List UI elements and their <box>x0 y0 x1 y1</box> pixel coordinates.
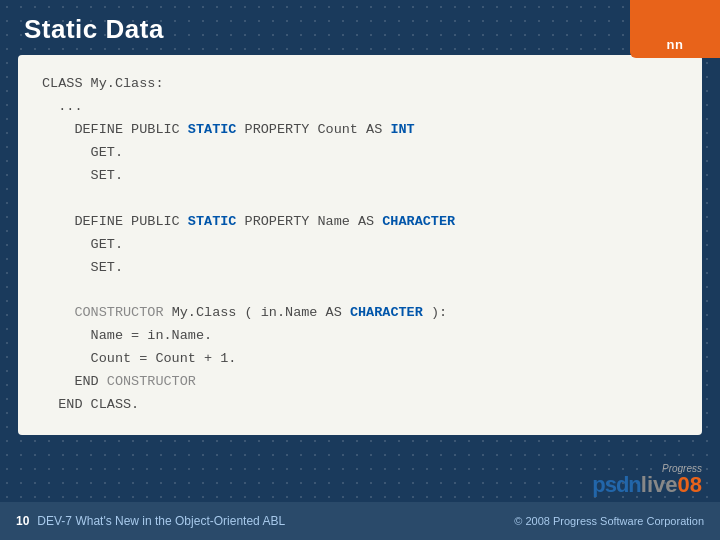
code-line-15: END CLASS. <box>42 397 139 412</box>
orange-tab-text: nn <box>667 37 684 52</box>
year-logo: 08 <box>678 474 702 496</box>
code-line-9: SET. <box>42 260 123 275</box>
footer-copyright: © 2008 Progress Software Corporation <box>514 515 704 527</box>
orange-accent-tab: nn <box>630 0 720 58</box>
footer-page-number: 10 <box>16 514 29 528</box>
code-line-3: DEFINE PUBLIC STATIC PROPERTY Count AS I… <box>42 122 415 137</box>
title-bar: Static Data <box>0 0 720 55</box>
code-line-8: GET. <box>42 237 123 252</box>
code-line-12: Name = in.Name. <box>42 328 212 343</box>
footer-page-title: DEV-7 What's New in the Object-Oriented … <box>37 514 285 528</box>
code-line-13: Count = Count + 1. <box>42 351 236 366</box>
code-block: CLASS My.Class: ... DEFINE PUBLIC STATIC… <box>42 73 678 417</box>
code-line-1: CLASS My.Class: <box>42 76 164 91</box>
code-line-14: END CONSTRUCTOR <box>42 374 196 389</box>
code-line-4: GET. <box>42 145 123 160</box>
live-logo: live <box>641 474 678 496</box>
code-panel: CLASS My.Class: ... DEFINE PUBLIC STATIC… <box>18 55 702 435</box>
logo-area: Progress psdn live 08 <box>592 463 702 496</box>
code-line-2: ... <box>42 99 83 114</box>
page-title: Static Data <box>24 14 164 45</box>
code-line-7: DEFINE PUBLIC STATIC PROPERTY Name AS CH… <box>42 214 455 229</box>
footer: 10 DEV-7 What's New in the Object-Orient… <box>0 502 720 540</box>
code-line-11: CONSTRUCTOR My.Class ( in.Name AS CHARAC… <box>42 305 447 320</box>
psdn-logo: psdn <box>592 474 641 496</box>
code-line-5: SET. <box>42 168 123 183</box>
footer-left: 10 DEV-7 What's New in the Object-Orient… <box>16 514 285 528</box>
